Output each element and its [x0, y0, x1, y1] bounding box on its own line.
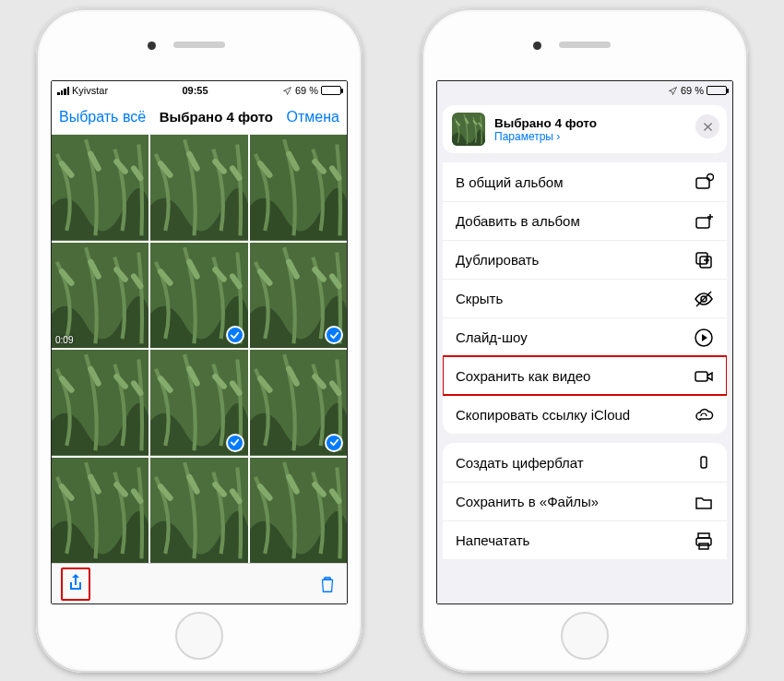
print-icon: [694, 531, 714, 551]
signal-bars-icon: [57, 87, 69, 95]
selected-checkmark-icon: [226, 434, 244, 452]
params-link[interactable]: Параметры ›: [494, 130, 597, 143]
action-label: В общий альбом: [456, 174, 564, 190]
select-all-button[interactable]: Выбрать всё: [59, 109, 146, 125]
action-row[interactable]: Сохранить как видео: [443, 356, 727, 395]
action-label: Скопировать ссылку iCloud: [456, 407, 630, 423]
selected-checkmark-icon: [325, 326, 343, 344]
add-album-icon: [694, 211, 714, 232]
photo-cell[interactable]: [52, 458, 148, 564]
sheet-header: Выбрано 4 фото Параметры ›: [443, 105, 727, 153]
home-button[interactable]: [561, 612, 609, 660]
share-sheet: Выбрано 4 фото Параметры › В общий альбо…: [437, 100, 732, 603]
selected-checkmark-icon: [325, 434, 343, 452]
trash-icon[interactable]: [317, 573, 338, 595]
video-duration: 0:09: [55, 335, 73, 345]
play-icon: [694, 328, 714, 348]
close-icon: [702, 121, 714, 133]
location-icon: [668, 86, 678, 96]
photo-cell[interactable]: [250, 135, 347, 241]
battery-icon: [707, 86, 727, 95]
location-icon: [282, 86, 292, 96]
phone-left: Kyivstar 09:55 69 % Выбрать всё Выбрано …: [36, 8, 362, 673]
action-label: Сохранить как видео: [456, 368, 590, 384]
photo-cell[interactable]: [250, 458, 347, 564]
photo-cell[interactable]: 0:09: [52, 243, 148, 349]
photo-cell[interactable]: [150, 458, 247, 564]
status-bar: 69 %: [437, 81, 732, 100]
screen-photos: Kyivstar 09:55 69 % Выбрать всё Выбрано …: [51, 80, 348, 604]
selected-checkmark-icon: [226, 326, 244, 344]
close-button[interactable]: [695, 114, 719, 138]
action-label: Скрыть: [456, 291, 503, 306]
action-label: Слайд-шоу: [456, 329, 528, 345]
photo-cell[interactable]: [250, 243, 347, 349]
photo-cell[interactable]: [150, 135, 247, 241]
preview-thumb: [452, 113, 485, 146]
action-list: В общий альбомДобавить в альбомДублирова…: [443, 162, 727, 559]
carrier-label: Kyivstar: [72, 85, 108, 96]
share-button-highlight: [61, 568, 90, 601]
cancel-button[interactable]: Отмена: [287, 109, 339, 125]
home-button[interactable]: [175, 612, 223, 660]
action-group-1: В общий альбомДобавить в альбомДублирова…: [443, 162, 727, 434]
battery-percent: 69 %: [681, 85, 704, 96]
nav-title: Выбрано 4 фото: [160, 109, 273, 125]
shared-album-icon: [694, 172, 714, 192]
sheet-title: Выбрано 4 фото: [494, 116, 597, 130]
phone-right: 69 % Выбрано 4 фото Параметры › В общий …: [422, 8, 748, 673]
action-row[interactable]: Скрыть: [443, 279, 727, 317]
folder-icon: [694, 492, 714, 512]
bottom-toolbar: [52, 563, 347, 603]
action-row[interactable]: Сохранить в «Файлы»: [443, 482, 727, 520]
action-row[interactable]: Напечатать: [443, 520, 727, 559]
photo-cell[interactable]: [150, 350, 247, 456]
photo-grid: 0:09: [52, 135, 347, 563]
photo-cell[interactable]: [52, 135, 148, 241]
video-icon: [694, 366, 714, 387]
action-label: Сохранить в «Файлы»: [456, 494, 599, 509]
front-camera: [148, 42, 156, 50]
status-bar: Kyivstar 09:55 69 %: [52, 81, 347, 100]
action-row[interactable]: В общий альбом: [443, 162, 727, 201]
action-label: Напечатать: [456, 532, 529, 548]
photo-cell[interactable]: [250, 350, 347, 456]
action-group-2: Создать циферблатСохранить в «Файлы»Напе…: [443, 443, 727, 559]
action-row[interactable]: Добавить в альбом: [443, 201, 727, 240]
share-icon[interactable]: [65, 571, 86, 593]
clock-label: 09:55: [182, 85, 208, 96]
speaker: [559, 42, 611, 48]
action-label: Добавить в альбом: [456, 213, 580, 229]
duplicate-icon: [694, 250, 714, 270]
nav-bar: Выбрать всё Выбрано 4 фото Отмена: [52, 100, 347, 135]
action-row[interactable]: Слайд-шоу: [443, 317, 727, 356]
action-row[interactable]: Дублировать: [443, 240, 727, 279]
speaker: [173, 42, 225, 48]
action-label: Создать циферблат: [456, 455, 584, 471]
photo-cell[interactable]: [150, 243, 247, 349]
action-label: Дублировать: [456, 252, 539, 268]
screen-share-sheet: 69 % Выбрано 4 фото Параметры › В общий …: [436, 80, 733, 604]
watch-icon: [694, 452, 714, 472]
hide-icon: [694, 289, 714, 309]
battery-percent: 69 %: [295, 85, 318, 96]
action-row[interactable]: Создать циферблат: [443, 443, 727, 482]
front-camera: [533, 42, 541, 50]
photo-cell[interactable]: [52, 350, 148, 456]
action-row[interactable]: Скопировать ссылку iCloud: [443, 395, 727, 434]
cloud-icon: [694, 405, 714, 425]
battery-icon: [321, 86, 341, 95]
